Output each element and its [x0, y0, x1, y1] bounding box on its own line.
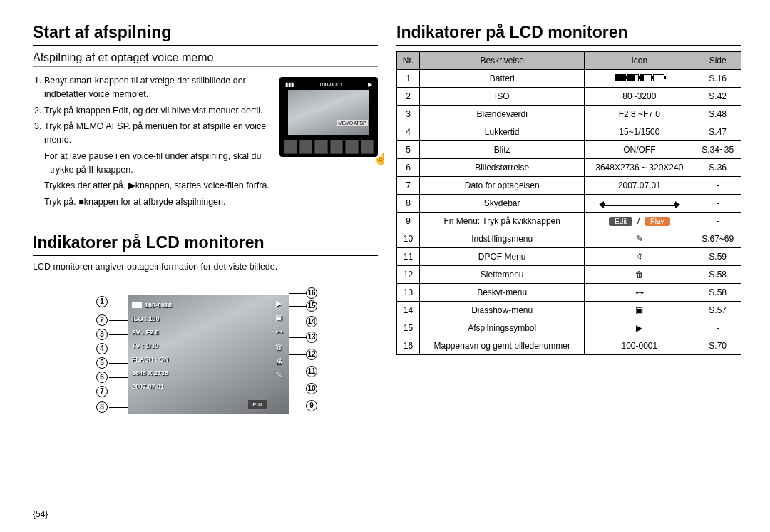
- substep-1: For at lave pause i en voice-fil under a…: [44, 150, 272, 177]
- play-pill: Play: [645, 217, 669, 226]
- cell-icon: ⊶: [585, 284, 694, 302]
- cell-description: Indstillingsmenu: [420, 230, 585, 248]
- table-row: 3BlændeværdiF2.8 ~F7.0S.48: [397, 106, 741, 123]
- table-row: 6Billedstørrelse3648X2736 ~ 320X240S.36: [397, 159, 741, 177]
- callout-16: 16: [306, 287, 317, 299]
- callout-11: 11: [306, 366, 317, 377]
- cell-icon: ▶: [585, 319, 694, 337]
- subheading-voice-memo: Afspilning af et optaget voice memo: [33, 51, 378, 67]
- cell-description: Dato for optagelsen: [420, 177, 585, 195]
- cell-nr: 11: [397, 248, 420, 266]
- cell-nr: 10: [397, 230, 420, 248]
- table-row: 12Slettemenu🗑S.58: [397, 266, 741, 284]
- cell-page: S.36: [694, 159, 741, 177]
- lcd-diagram: 100-0018 ISO : 100 AV : F2.8 TV : 1/30 F…: [52, 289, 359, 431]
- table-row: 5BlitzON/OFFS.34~35: [397, 141, 741, 159]
- play-icon: ▶: [368, 81, 372, 88]
- callout-3: 3: [96, 329, 108, 340]
- cell-page: S.16: [694, 70, 741, 88]
- cell-description: ISO: [420, 88, 585, 106]
- cell-page: -: [694, 319, 741, 337]
- dpof-icon: 🖨: [273, 356, 284, 366]
- edit-pill: Edit: [609, 217, 632, 226]
- heading-lcd-indicators-right: Indikatorer på LCD monitoren: [396, 23, 741, 46]
- cell-icon: F2.8 ~F7.0: [585, 106, 694, 123]
- cell-nr: 5: [397, 141, 420, 159]
- cell-page: S.58: [694, 266, 741, 284]
- cell-page: S.42: [694, 88, 741, 106]
- cell-nr: 3: [397, 106, 420, 123]
- cell-page: S.34~35: [694, 141, 741, 159]
- callout-7: 7: [96, 386, 108, 397]
- lcd-size: 3648 X 2736: [132, 367, 172, 380]
- callout-4: 4: [96, 343, 108, 354]
- cell-nr: 2: [397, 88, 420, 106]
- cell-nr: 8: [397, 195, 420, 213]
- page-number: {54}: [33, 509, 48, 519]
- edit-button-label: Edit: [247, 399, 267, 410]
- lcd-filenum: 100-0018: [145, 299, 172, 312]
- cell-nr: 14: [397, 302, 420, 319]
- callout-2: 2: [96, 314, 108, 326]
- delete-icon: 🗑: [273, 342, 284, 352]
- cell-description: Fn Menu: Tryk på kvikknappen: [420, 213, 585, 230]
- cell-description: Beskyt-menu: [420, 284, 585, 302]
- table-row: 9Fn Menu: Tryk på kvikknappenEdit / Play…: [397, 213, 741, 230]
- heading-lcd-indicators-left: Indikatorer på LCD monitoren: [33, 233, 378, 256]
- th-nr: Nr.: [397, 52, 420, 70]
- lcd-date: 2007.07.01: [132, 380, 172, 394]
- cell-page: -: [694, 195, 741, 213]
- step-1: Benyt smart-knappen til at vælge det sti…: [44, 74, 272, 101]
- step-list: Benyt smart-knappen til at vælge det sti…: [44, 74, 272, 147]
- cell-icon: 🖨: [585, 248, 694, 266]
- substep-list: For at lave pause i en voice-fil under a…: [44, 150, 272, 209]
- memo-afsp-label: MEMO AFSP.: [337, 120, 368, 126]
- cell-icon: ✎: [585, 230, 694, 248]
- cell-nr: 7: [397, 177, 420, 195]
- callout-1: 1: [96, 296, 108, 307]
- callout-15: 15: [306, 300, 317, 312]
- cell-nr: 13: [397, 284, 420, 302]
- cell-description: Lukkertid: [420, 123, 585, 141]
- indicator-table: Nr. Beskrivelse Icon Side 1BatteriS.162I…: [396, 51, 741, 355]
- table-row: 8Skydebar-: [397, 195, 741, 213]
- cell-icon: 2007.07.01: [585, 177, 694, 195]
- cell-nr: 12: [397, 266, 420, 284]
- substep-2: Trykkes der atter på. ▶knappen, startes …: [44, 179, 272, 193]
- cell-description: DPOF Menu: [420, 248, 585, 266]
- th-side: Side: [694, 52, 741, 70]
- cell-description: Blændeværdi: [420, 106, 585, 123]
- heading-playback-start: Start af afspilning: [33, 23, 378, 46]
- cell-page: -: [694, 213, 741, 230]
- table-row: 13Beskyt-menu⊶S.58: [397, 284, 741, 302]
- callout-12: 12: [306, 349, 317, 360]
- cell-nr: 15: [397, 319, 420, 337]
- slider-icon: [604, 203, 675, 206]
- lcd-description: LCD monitoren angiver optageinformation …: [33, 262, 378, 272]
- mini-photo: [288, 90, 369, 135]
- lcd-screen: 100-0018 ISO : 100 AV : F2.8 TV : 1/30 F…: [128, 295, 289, 414]
- cell-page: S.59: [694, 248, 741, 266]
- cell-nr: 9: [397, 213, 420, 230]
- cell-icon: 15~1/1500: [585, 123, 694, 141]
- cell-description: Batteri: [420, 70, 585, 88]
- table-row: 1BatteriS.16: [397, 70, 741, 88]
- table-row: 15Afspilningssymbol▶-: [397, 319, 741, 337]
- callout-10: 10: [306, 383, 317, 394]
- battery-icon: ▮▮▮: [285, 81, 294, 88]
- hand-cursor-icon: ☝: [374, 152, 388, 165]
- cell-description: Afspilningssymbol: [420, 319, 585, 337]
- cell-icon: [585, 195, 694, 213]
- table-row: 7Dato for optagelsen2007.07.01-: [397, 177, 741, 195]
- thumbnail-strip: [284, 140, 374, 154]
- callout-14: 14: [306, 316, 317, 327]
- table-row: 2ISO80~3200S.42: [397, 88, 741, 106]
- cell-nr: 16: [397, 337, 420, 355]
- battery-icon: [132, 302, 142, 308]
- cell-page: S.47: [694, 123, 741, 141]
- cell-icon: 100-0001: [585, 337, 694, 355]
- battery-levels-icon: [614, 73, 665, 83]
- table-row: 14Diasshow-menu▣S.57: [397, 302, 741, 319]
- cell-page: S.48: [694, 106, 741, 123]
- callout-9: 9: [306, 400, 317, 411]
